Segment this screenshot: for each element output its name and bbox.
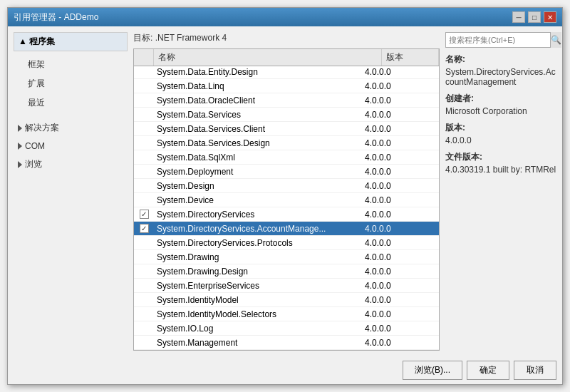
window-title: 引用管理器 - ADDemo (14, 11, 98, 24)
cancel-button[interactable]: 取消 (514, 361, 556, 380)
table-row[interactable]: System.DirectoryServices4.0.0.0 (134, 207, 439, 222)
search-box[interactable]: 🔍 (445, 32, 559, 48)
row-version: 4.0.0.0 (362, 294, 419, 306)
sidebar-item-recent[interactable]: 最近 (14, 94, 128, 112)
titlebar: 引用管理器 - ADDemo ─ □ ✕ (8, 8, 562, 26)
row-version: 4.0.0.0 (362, 322, 419, 335)
table-row[interactable]: System.Data.SqlXml4.0.0.0 (134, 150, 439, 165)
version-info-row: 版本: 4.0.0.0 (445, 122, 559, 145)
version-info-label: 版本: (445, 122, 559, 134)
row-name: System.Data.Services.Client (154, 123, 362, 135)
row-version: 4.0.0.0 (362, 208, 419, 221)
close-button[interactable]: ✕ (544, 11, 556, 23)
row-version: 4.0.0.0 (362, 237, 419, 249)
footer: 浏览(B)... 确定 取消 (8, 356, 562, 384)
row-version: 4.0.0.0 (362, 251, 419, 264)
table-row[interactable]: System.DirectoryServices.AccountManage..… (134, 222, 439, 236)
right-panel: 🔍 名称: System.DirectoryServices.AccountMa… (445, 32, 559, 351)
extend-label: 扩展 (28, 78, 45, 90)
row-name: System.EnterpriseServices (154, 279, 362, 292)
content-area: ▲ 程序集 框架 扩展 最近 解决方案 COM 浏览 (8, 26, 562, 356)
table-body[interactable]: System.Configuration.Install4.0.0.0Syste… (134, 66, 439, 350)
table-row[interactable]: System.EnterpriseServices4.0.0.0 (134, 279, 439, 293)
table-row[interactable]: System.IdentityModel.Selectors4.0.0.0 (134, 307, 439, 321)
table-row[interactable]: System.IO.Log4.0.0.0 (134, 321, 439, 336)
table-row[interactable]: System.Data.Entity.Design4.0.0.0 (134, 66, 439, 79)
search-input[interactable] (446, 33, 550, 47)
checkbox-icon[interactable] (140, 210, 149, 219)
sidebar-item-framework[interactable]: 框架 (14, 56, 128, 73)
row-name: System.Data.Entity.Design (154, 66, 362, 78)
browse-button[interactable]: 浏览(B)... (403, 361, 462, 380)
table-row[interactable]: System.IdentityModel4.0.0.0 (134, 293, 439, 307)
name-info-value: System.DirectoryServices.AccountManageme… (445, 67, 559, 87)
row-name: System.Drawing.Design (154, 265, 362, 278)
target-header: 目标: .NET Framework 4 (133, 32, 440, 44)
creator-info-value: Microsoft Corporation (445, 106, 559, 116)
row-version: 4.0.0.0 (362, 151, 419, 164)
th-name: 名称 (154, 49, 382, 66)
sidebar-item-solution[interactable]: 解决方案 (14, 119, 128, 137)
row-name: System.DirectoryServices (154, 208, 362, 221)
sidebar-item-com[interactable]: COM (14, 138, 128, 154)
chevron-right-icon-browse (18, 161, 22, 168)
table-row[interactable]: System.Data.Services.Client4.0.0.0 (134, 122, 439, 136)
table-row[interactable]: System.Management4.0.0.0 (134, 336, 439, 350)
maximize-button[interactable]: □ (528, 11, 541, 23)
row-checkbox[interactable] (134, 224, 154, 233)
table-row[interactable]: System.Drawing4.0.0.0 (134, 250, 439, 264)
chevron-right-icon (18, 125, 22, 132)
row-name: System.IO.Log (154, 322, 362, 335)
table-row[interactable]: System.DirectoryServices.Protocols4.0.0.… (134, 236, 439, 250)
version-info-value: 4.0.0.0 (445, 135, 559, 145)
browse-nav-label: 浏览 (25, 158, 42, 170)
row-name: System.Device (154, 194, 362, 207)
row-version: 4.0.0.0 (362, 336, 419, 349)
row-version: 4.0.0.0 (362, 222, 419, 235)
file-version-info-row: 文件版本: 4.0.30319.1 built by: RTMRel (445, 151, 559, 175)
minimize-button[interactable]: ─ (512, 11, 525, 23)
row-version: 4.0.0.0 (362, 94, 419, 107)
sidebar-item-browse[interactable]: 浏览 (14, 155, 128, 173)
row-name: System.Drawing (154, 251, 362, 264)
row-name: System.Data.OracleClient (154, 94, 362, 107)
main-window: 引用管理器 - ADDemo ─ □ ✕ ▲ 程序集 框架 扩展 最近 (7, 7, 563, 385)
table-row[interactable]: System.Deployment4.0.0.0 (134, 165, 439, 179)
target-label: 目标: .NET Framework 4 (133, 32, 227, 44)
assembly-header-label: ▲ 程序集 (19, 36, 55, 46)
row-version: 4.0.0.0 (362, 123, 419, 135)
row-name: System.Data.Linq (154, 80, 362, 93)
file-version-info-label: 文件版本: (445, 151, 559, 163)
checkbox-icon[interactable] (140, 224, 149, 233)
row-name: System.Data.Services (154, 108, 362, 121)
row-name: System.DirectoryServices.AccountManage..… (154, 222, 362, 235)
row-version: 4.0.0.0 (362, 165, 419, 178)
row-version: 4.0.0.0 (362, 108, 419, 121)
row-checkbox[interactable] (134, 210, 154, 219)
sidebar-item-extend[interactable]: 扩展 (14, 75, 128, 93)
ok-button[interactable]: 确定 (467, 361, 509, 380)
table-header: 名称 版本 (134, 49, 439, 66)
row-version: 4.0.0.0 (362, 194, 419, 207)
table-row[interactable]: System.Design4.0.0.0 (134, 179, 439, 193)
row-version: 4.0.0.0 (362, 80, 419, 93)
chevron-right-icon-com (18, 143, 22, 150)
name-info-label: 名称: (445, 53, 559, 66)
table-row[interactable]: System.Drawing.Design4.0.0.0 (134, 264, 439, 279)
row-version: 4.0.0.0 (362, 265, 419, 278)
table-row[interactable]: System.Data.Linq4.0.0.0 (134, 79, 439, 93)
row-name: System.Data.SqlXml (154, 151, 362, 164)
assembly-table: 名称 版本 System.Configuration.Install4.0.0.… (133, 48, 440, 351)
row-name: System.IdentityModel (154, 294, 362, 306)
th-version: 版本 (382, 49, 439, 66)
table-row[interactable]: System.Data.Services.Design4.0.0.0 (134, 136, 439, 150)
search-icon[interactable]: 🔍 (550, 32, 561, 48)
table-row[interactable]: System.Data.Services4.0.0.0 (134, 108, 439, 122)
table-row[interactable]: System.Device4.0.0.0 (134, 193, 439, 207)
assembly-header[interactable]: ▲ 程序集 (14, 32, 128, 51)
titlebar-buttons: ─ □ ✕ (512, 11, 556, 23)
row-name: System.IdentityModel.Selectors (154, 308, 362, 321)
name-info-row: 名称: System.DirectoryServices.AccountMana… (445, 53, 559, 87)
table-row[interactable]: System.Data.OracleClient4.0.0.0 (134, 93, 439, 108)
info-section: 名称: System.DirectoryServices.AccountMana… (445, 53, 559, 180)
